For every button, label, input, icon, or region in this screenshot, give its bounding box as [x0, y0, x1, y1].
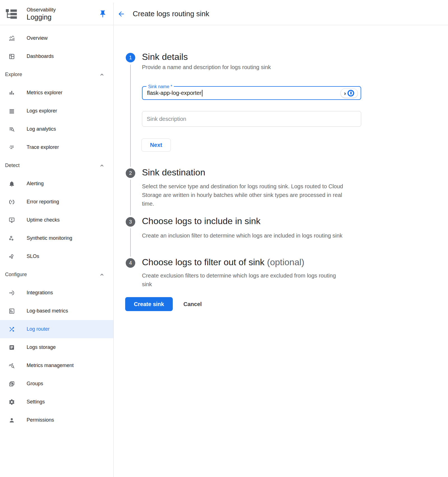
sidebar-item-synthetic-monitoring[interactable]: Synthetic monitoring [0, 229, 113, 247]
sink-description-input[interactable] [142, 111, 361, 126]
step-3-title: Choose logs to include in sink [142, 216, 260, 226]
step-number: 1 [129, 55, 132, 61]
next-button[interactable]: Next [141, 138, 171, 152]
sidebar-item-label: Synthetic monitoring [27, 235, 72, 241]
step-1-indicator: 1 [126, 53, 135, 62]
sidebar-item-slos[interactable]: SLOs [0, 247, 113, 265]
sidebar-item-alerting[interactable]: Alerting [0, 175, 113, 193]
sidebar-section-detect[interactable]: Detect [0, 156, 113, 175]
sidebar-item-log-analytics[interactable]: Log analytics [0, 120, 113, 138]
optional-label: (optional) [267, 257, 304, 267]
sink-name-field[interactable]: Sink name * flask-app-log-exporter › [142, 86, 361, 100]
step-4-indicator: 4 [126, 258, 135, 268]
trace-lines-icon [8, 144, 15, 151]
section-label: Detect [5, 163, 20, 168]
monitor-up-icon [8, 217, 15, 224]
sidebar-item-logs-storage[interactable]: Logs storage [0, 338, 113, 356]
step-3-indicator: 3 [126, 217, 135, 227]
bubbles-icon [8, 253, 15, 260]
bar-chart-icon [8, 90, 15, 96]
step-4-title-text: Choose logs to filter out of sink [142, 257, 265, 267]
overview-chart-icon [8, 35, 15, 42]
sidebar-item-groups[interactable]: Groups [0, 375, 113, 393]
log-lines-icon [8, 108, 15, 114]
1password-icon [347, 90, 354, 97]
chevron-right-icon: › [344, 90, 346, 96]
sidebar-item-label: Logs explorer [27, 108, 57, 114]
sidebar-item-label: Log-based metrics [27, 308, 68, 314]
storage-doc-icon [8, 344, 15, 351]
sidebar-section-configure[interactable]: Configure [0, 265, 113, 284]
sidebar-item-label: SLOs [27, 253, 39, 259]
sidebar-item-label: Permissions [27, 417, 54, 423]
step-number: 3 [129, 219, 132, 225]
password-manager-extension-icon[interactable]: › [340, 88, 358, 98]
sidebar-item-label: Integrations [27, 290, 53, 296]
sidebar-section-explore[interactable]: Explore [0, 65, 113, 84]
stepper-form: 1 Sink details Provide a name and descri… [114, 25, 448, 477]
create-sink-button[interactable]: Create sink [125, 297, 173, 311]
metric-box-icon [8, 308, 15, 314]
step-number: 2 [129, 170, 132, 176]
pin-icon[interactable] [98, 10, 107, 18]
sidebar-item-label: Log analytics [27, 126, 56, 132]
page: Observability Logging Overview [0, 0, 448, 477]
sidebar-item-label: Metrics management [27, 363, 74, 368]
cancel-button[interactable]: Cancel [183, 300, 202, 308]
sink-description-field[interactable] [142, 111, 361, 127]
step-2-indicator: 2 [126, 168, 135, 178]
sidebar-item-metrics-management[interactable]: Metrics management [0, 356, 113, 375]
step-number: 4 [129, 260, 132, 266]
step-2-description: Select the service type and destination … [142, 182, 353, 208]
step-connector [130, 65, 131, 167]
logging-logo-icon [5, 7, 18, 21]
sidebar-item-metrics-explorer[interactable]: Metrics explorer [0, 84, 113, 102]
step-1-title: Sink details [142, 52, 188, 62]
step-connector [130, 228, 131, 257]
sidebar-item-label: Metrics explorer [27, 90, 62, 96]
back-arrow-icon[interactable] [117, 10, 125, 18]
sidebar-item-label: Error reporting [27, 199, 59, 205]
sidebar-item-error-reporting[interactable]: Error reporting [0, 193, 113, 211]
step-3-description: Create an inclusion filter to determine … [142, 231, 342, 240]
sidebar-item-label: Dashboards [27, 53, 54, 59]
person-icon [8, 417, 15, 424]
sidebar-item-label: Settings [27, 399, 45, 405]
sidebar-item-label: Log router [27, 326, 50, 332]
sidebar-item-uptime-checks[interactable]: Uptime checks [0, 211, 113, 229]
dashboard-icon [8, 53, 15, 60]
step-4-description: Create exclusion filters to determine wh… [142, 271, 338, 289]
chevron-up-icon [99, 72, 105, 78]
main-panel: Create logs routing sink 1 Sink details … [114, 3, 448, 477]
sidebar-item-label: Logs storage [27, 344, 56, 350]
sidebar-item-label: Trace explorer [27, 144, 59, 150]
sidebar-item-dashboards[interactable]: Dashboards [0, 47, 113, 65]
section-label: Configure [5, 272, 27, 278]
step-1-description: Provide a name and description for logs … [142, 63, 271, 72]
chevron-up-icon [99, 163, 105, 169]
sidebar-item-trace-explorer[interactable]: Trace explorer [0, 138, 113, 156]
sink-name-input[interactable]: flask-app-log-exporter [147, 90, 202, 96]
sidebar-item-settings[interactable]: Settings [0, 393, 113, 411]
gear-icon [8, 399, 15, 405]
sidebar-item-label: Uptime checks [27, 217, 60, 223]
sink-name-label: Sink name * [146, 84, 174, 90]
lines-search-icon [8, 126, 15, 133]
sidebar-nav: Overview Dashboards Explore [0, 25, 113, 429]
sidebar-header: Observability Logging [0, 3, 113, 25]
sidebar-item-permissions[interactable]: Permissions [0, 411, 113, 429]
input-arrow-icon [8, 290, 15, 296]
sidebar-item-label: Groups [27, 381, 43, 387]
step-4-title: Choose logs to filter out of sink(option… [142, 257, 304, 267]
sidebar-item-integrations[interactable]: Integrations [0, 284, 113, 302]
page-title: Create logs routing sink [133, 10, 209, 18]
dots-cluster-icon [8, 235, 15, 242]
sidebar: Observability Logging Overview [0, 3, 114, 477]
bell-icon [8, 180, 15, 187]
step-2-title: Sink destination [142, 167, 205, 178]
sidebar-item-log-based-metrics[interactable]: Log-based metrics [0, 302, 113, 320]
sidebar-item-logs-explorer[interactable]: Logs explorer [0, 102, 113, 120]
sidebar-item-overview[interactable]: Overview [0, 29, 113, 47]
sidebar-item-log-router[interactable]: Log router [0, 320, 113, 338]
page-header: Create logs routing sink [114, 3, 448, 25]
